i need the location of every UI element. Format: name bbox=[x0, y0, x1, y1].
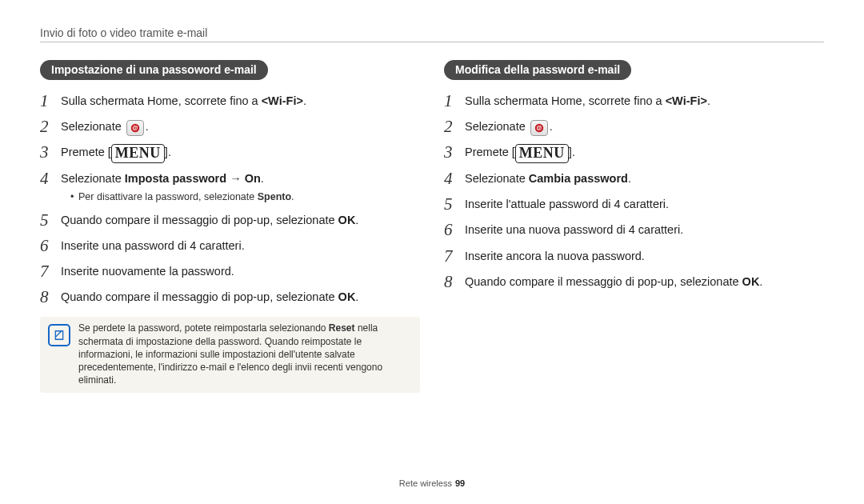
page-number: 99 bbox=[455, 478, 465, 488]
step-2: 2 Selezionate @ . bbox=[40, 117, 420, 137]
divider bbox=[40, 42, 824, 42]
step-text: Quando compare il messaggio di pop-up, s… bbox=[61, 210, 358, 230]
steps-right: 1 Sulla schermata Home, scorrete fino a … bbox=[444, 91, 824, 292]
columns: Impostazione di una passoword e-mail 1 S… bbox=[40, 60, 824, 393]
left-column: Impostazione di una passoword e-mail 1 S… bbox=[40, 60, 420, 393]
step-sub-bullet: Per disattivare la password, selezionate… bbox=[70, 190, 294, 205]
section-heading-left: Impostazione di una passoword e-mail bbox=[40, 60, 268, 80]
step-8: 8 Quando compare il messaggio di pop-up,… bbox=[40, 287, 420, 307]
page-title: Invio di foto o video tramite e-mail bbox=[40, 26, 824, 39]
step-6: 6 Inserite una nuova password di 4 carat… bbox=[444, 220, 824, 240]
step-2: 2 Selezionate @ . bbox=[444, 117, 824, 137]
step-number: 4 bbox=[444, 169, 465, 189]
step-text: Selezionate Imposta password → On. Per d… bbox=[61, 169, 294, 205]
menu-button-chip: MENU bbox=[111, 144, 165, 163]
step-number: 1 bbox=[444, 91, 465, 111]
svg-text:@: @ bbox=[536, 126, 542, 131]
step-7: 7 Inserite ancora la nuova password. bbox=[444, 246, 824, 266]
step-text: Quando compare il messaggio di pop-up, s… bbox=[465, 272, 762, 291]
note-icon bbox=[48, 324, 70, 346]
step-number: 1 bbox=[40, 91, 61, 111]
step-number: 3 bbox=[444, 142, 465, 162]
step-text: Premete [MENU]. bbox=[61, 142, 171, 163]
step-4: 4 Selezionate Cambia password. bbox=[444, 169, 824, 189]
step-3: 3 Premete [MENU]. bbox=[444, 142, 824, 163]
step-text: Selezionate @ . bbox=[465, 117, 553, 136]
step-text: Inserite l'attuale password di 4 caratte… bbox=[465, 194, 669, 214]
step-number: 5 bbox=[444, 194, 465, 214]
section-heading-right: Modifica della password e-mail bbox=[444, 60, 631, 80]
step-text: Inserite ancora la nuova password. bbox=[465, 246, 645, 266]
step-5: 5 Quando compare il messaggio di pop-up,… bbox=[40, 210, 420, 230]
step-text: Selezionate Cambia password. bbox=[465, 169, 631, 188]
step-text: Inserite una nuova password di 4 caratte… bbox=[465, 220, 683, 239]
step-number: 5 bbox=[40, 210, 61, 230]
note-text: Se perdete la password, potete reimposta… bbox=[78, 322, 412, 386]
email-icon: @ bbox=[126, 120, 144, 136]
step-number: 8 bbox=[40, 287, 61, 307]
step-text: Sulla schermata Home, scorrete fino a <W… bbox=[61, 91, 306, 110]
menu-button-chip: MENU bbox=[515, 144, 569, 163]
step-text: Selezionate @ . bbox=[61, 117, 149, 136]
step-number: 3 bbox=[40, 142, 61, 162]
step-1: 1 Sulla schermata Home, scorrete fino a … bbox=[444, 91, 824, 111]
step-8: 8 Quando compare il messaggio di pop-up,… bbox=[444, 272, 824, 292]
step-number: 7 bbox=[40, 262, 61, 282]
right-column: Modifica della password e-mail 1 Sulla s… bbox=[444, 60, 824, 393]
footer-section: Rete wireless bbox=[399, 478, 452, 488]
note-box: Se perdete la password, potete reimposta… bbox=[40, 317, 420, 393]
svg-text:@: @ bbox=[132, 126, 138, 131]
step-5: 5 Inserite l'attuale password di 4 carat… bbox=[444, 194, 824, 214]
step-7: 7 Inserite nuovamente la password. bbox=[40, 262, 420, 282]
email-icon: @ bbox=[530, 120, 548, 136]
step-text: Inserite una password di 4 caratteri. bbox=[61, 236, 245, 255]
step-text: Sulla schermata Home, scorrete fino a <W… bbox=[465, 91, 710, 110]
step-number: 6 bbox=[444, 220, 465, 240]
step-4: 4 Selezionate Imposta password → On. Per… bbox=[40, 169, 420, 205]
step-6: 6 Inserite una password di 4 caratteri. bbox=[40, 236, 420, 256]
step-number: 7 bbox=[444, 246, 465, 266]
step-number: 4 bbox=[40, 169, 61, 189]
step-number: 2 bbox=[40, 117, 61, 137]
step-text: Inserite nuovamente la password. bbox=[61, 262, 234, 281]
page: Invio di foto o video tramite e-mail Imp… bbox=[0, 0, 864, 504]
step-number: 2 bbox=[444, 117, 465, 137]
step-text: Premete [MENU]. bbox=[465, 142, 575, 163]
step-text: Quando compare il messaggio di pop-up, s… bbox=[61, 287, 358, 306]
page-footer: Rete wireless99 bbox=[0, 478, 864, 488]
step-number: 8 bbox=[444, 272, 465, 292]
step-1: 1 Sulla schermata Home, scorrete fino a … bbox=[40, 91, 420, 111]
steps-left: 1 Sulla schermata Home, scorrete fino a … bbox=[40, 91, 420, 307]
step-3: 3 Premete [MENU]. bbox=[40, 142, 420, 163]
step-number: 6 bbox=[40, 236, 61, 256]
